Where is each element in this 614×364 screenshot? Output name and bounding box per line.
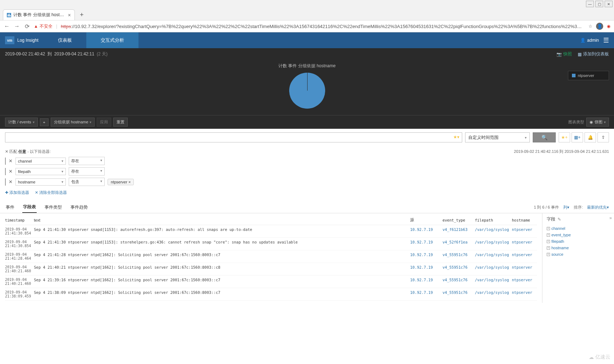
share-button[interactable]: ⇪	[597, 132, 609, 142]
cell-event-type[interactable]: v4_f6121b63	[442, 225, 475, 238]
sort-select[interactable]: 最新的优先▾	[587, 205, 609, 210]
add-filter-link[interactable]: ✚ 添加筛选器	[5, 190, 29, 195]
reset-button[interactable]: 重置	[113, 118, 128, 127]
cell-hostname[interactable]: ntpserver	[512, 263, 537, 276]
cell-event-type[interactable]: v4_55951c76	[442, 250, 475, 263]
cell-hostname[interactable]: ntpserver	[512, 288, 537, 301]
cell-hostname[interactable]: ntpserver	[512, 225, 537, 238]
bookmark-star-icon[interactable]: ☆	[588, 24, 592, 29]
col-hostname[interactable]: hostname	[512, 215, 537, 225]
cell-filepath[interactable]: /var/log/syslog	[475, 288, 512, 301]
clear-filters-link[interactable]: ✕ 清除全部筛选器	[35, 190, 67, 195]
cell-event-type[interactable]: v4_55951c76	[442, 276, 475, 288]
filter-operator-select[interactable]: 存在▾	[69, 167, 105, 176]
tab-fieldtable[interactable]: 字段表	[22, 202, 37, 213]
col-text[interactable]: text	[34, 215, 410, 225]
profile-icon[interactable]: 👤	[596, 23, 603, 30]
filter-value-tag[interactable]: ntpserver ×	[108, 179, 134, 185]
cell-source[interactable]: 10.92.7.19	[410, 263, 442, 276]
field-item[interactable]: + filepath	[547, 238, 610, 245]
col-timestamp[interactable]: timestamp	[5, 215, 34, 225]
maximize-button[interactable]: ▢	[595, 1, 603, 7]
cell-source[interactable]: 10.92.7.19	[410, 225, 442, 238]
tab-events[interactable]: 事件	[5, 202, 15, 213]
filter-field-select[interactable]: channel▾	[15, 158, 66, 165]
user-menu[interactable]: 👤 admin	[580, 38, 599, 43]
browser-tab[interactable]: 计数 事件 分组依据 hostname × ×	[3, 9, 75, 20]
security-warning[interactable]: ▲ 不安全	[34, 23, 53, 29]
snapshot-button[interactable]: 📷快照	[556, 51, 572, 57]
columns-link[interactable]: 列▾	[563, 205, 569, 210]
cell-source[interactable]: 10.92.7.19	[410, 250, 442, 263]
cell-filepath[interactable]: /var/log/syslog	[475, 263, 512, 276]
field-item[interactable]: + source	[547, 251, 610, 258]
close-window-button[interactable]: ✕	[605, 1, 613, 7]
cell-source[interactable]: 10.92.7.19	[410, 288, 442, 301]
cell-source[interactable]: 10.92.7.19	[410, 276, 442, 288]
col-event-type[interactable]: event_type	[442, 215, 475, 225]
add-aggregation-button[interactable]: +	[40, 118, 49, 126]
cell-hostname[interactable]: ntpserver	[512, 250, 537, 263]
table-row[interactable]: 2019-09-04 21:41:30.854 Sep 4 21:41:30 n…	[5, 225, 537, 238]
expand-fields-icon[interactable]: »	[609, 215, 612, 220]
remove-filter-icon[interactable]: ✕	[9, 169, 13, 174]
filter-field-select[interactable]: hostname▾	[15, 178, 66, 186]
save-query-button[interactable]: ★+	[559, 132, 570, 142]
field-item[interactable]: + event_type	[547, 232, 610, 238]
aggregation-select[interactable]: 计数 / events ▾	[5, 118, 38, 127]
edit-fields-icon[interactable]: ✎	[558, 217, 561, 222]
chart-type-select[interactable]: ◉ 饼图 ▾	[586, 118, 609, 127]
brand[interactable]: vm Log Insight	[0, 36, 44, 44]
table-row[interactable]: 2019-09-04 21:41:30.854 Sep 4 21:41:30 n…	[5, 238, 537, 250]
filter-operator-select[interactable]: 包含▾	[69, 178, 105, 186]
favorite-icon[interactable]: ★▾	[453, 135, 459, 140]
col-source[interactable]: 源	[410, 215, 442, 225]
back-button[interactable]: ←	[4, 23, 10, 29]
browser-chrome: — ▢ ✕ 计数 事件 分组依据 hostname × × + ← → ⟳ ▲ …	[0, 0, 614, 32]
reload-button[interactable]: ⟳	[24, 23, 30, 30]
search-input[interactable]	[5, 132, 462, 142]
remove-filter-icon[interactable]: ✕	[9, 158, 13, 164]
field-item[interactable]: + channel	[547, 225, 610, 232]
cell-event-type[interactable]: v4_52f6f1ea	[442, 238, 475, 250]
content-split: timestamp text 源 event_type filepath hos…	[0, 213, 614, 303]
groupby-select[interactable]: 分组依据 hostname ▾	[51, 118, 95, 127]
pie-chart[interactable]	[289, 73, 325, 109]
cell-hostname[interactable]: ntpserver	[512, 276, 537, 288]
table-row[interactable]: 2019-09-04 21:38:09.459 Sep 4 21:38:09 n…	[5, 288, 537, 301]
tab-eventtypes[interactable]: 事件类型	[44, 202, 63, 213]
alert-button[interactable]: 🔔	[585, 132, 596, 142]
minimize-button[interactable]: —	[586, 1, 594, 7]
new-tab-button[interactable]: +	[78, 11, 86, 19]
cell-filepath[interactable]: /var/log/syslog	[475, 276, 512, 288]
cell-filepath[interactable]: /var/log/syslog	[475, 225, 512, 238]
table-row[interactable]: 2019-09-04 21:40:21.460 Sep 4 21:40:21 n…	[5, 263, 537, 276]
add-widget-button[interactable]: ▦+	[572, 132, 583, 142]
table-row[interactable]: 2019-09-04 21:40:21.460 Sep 4 21:39:16 n…	[5, 276, 537, 288]
filter-operator-select[interactable]: 存在▾	[69, 157, 105, 165]
nav-interactive[interactable]: 交互式分析	[86, 32, 138, 48]
col-filepath[interactable]: filepath	[475, 215, 512, 225]
search-button[interactable]: 🔍	[533, 132, 556, 142]
nav-dashboard[interactable]: 仪表板	[44, 32, 86, 48]
forward-button[interactable]: →	[14, 23, 20, 29]
menu-icon[interactable]: ☰	[603, 36, 609, 44]
cell-event-type[interactable]: v4_55951c76	[442, 263, 475, 276]
time-range-select[interactable]: 自定义时间范围▾	[465, 132, 530, 142]
field-item[interactable]: + hostname	[547, 245, 610, 251]
extension-icon[interactable]: ◉	[607, 24, 610, 29]
add-to-dashboard-button[interactable]: ▦添加到仪表板	[578, 51, 609, 57]
remove-filter-icon[interactable]: ✕	[9, 179, 13, 185]
chart-legend[interactable]: ntpserver	[568, 71, 609, 80]
cell-hostname[interactable]: ntpserver	[512, 238, 537, 250]
cell-event-type[interactable]: v4_55951c76	[442, 288, 475, 301]
tab-close-icon[interactable]: ×	[68, 12, 71, 18]
url-display[interactable]: https://10.92.7.32/explorer/?existingCha…	[61, 24, 585, 29]
cell-filepath[interactable]: /var/log/syslog	[475, 238, 512, 250]
filter-field-select[interactable]: filepath▾	[15, 168, 66, 175]
table-row[interactable]: 2019-09-04 21:41:28.464 Sep 4 21:41:28 n…	[5, 250, 537, 263]
cell-filepath[interactable]: /var/log/syslog	[475, 250, 512, 263]
apply-button[interactable]: 应用	[97, 118, 111, 127]
cell-source[interactable]: 10.92.7.19	[410, 238, 442, 250]
tab-eventtrends[interactable]: 事件趋势	[70, 202, 88, 213]
